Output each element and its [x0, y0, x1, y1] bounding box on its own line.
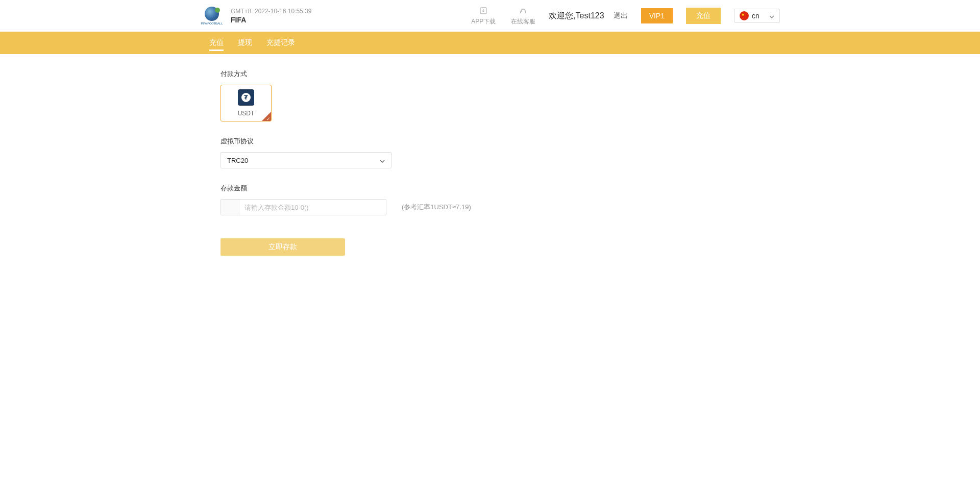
submit-deposit-button[interactable]: 立即存款 — [220, 238, 345, 256]
vip-button[interactable]: VIP1 — [641, 8, 673, 23]
online-service[interactable]: 在线客服 — [511, 6, 535, 26]
recharge-button[interactable]: 充值 — [686, 8, 721, 24]
amount-label: 存款金额 — [220, 184, 760, 193]
language-code: cn — [752, 12, 760, 20]
download-icon — [479, 6, 488, 15]
caret-down-icon — [769, 12, 774, 20]
content: 付款方式 ₮ USDT ✓ 虚拟币协议 TRC20 存款金额 (参考汇率1USD… — [200, 54, 780, 271]
amount-field[interactable] — [239, 204, 386, 211]
rate-hint: (参考汇率1USDT≈7.19) — [402, 203, 471, 212]
app-download[interactable]: APP下载 — [471, 6, 496, 26]
headset-icon — [519, 6, 528, 15]
nav-bar: 充值 提现 充提记录 — [0, 32, 980, 54]
logo[interactable]: FIFA FOOTBALL — [200, 4, 224, 28]
online-service-label: 在线客服 — [511, 17, 535, 26]
amount-row: (参考汇率1USDT≈7.19) — [220, 199, 760, 215]
flag-cn-icon — [740, 11, 749, 20]
timezone: GMT+8 — [231, 8, 251, 15]
caret-down-icon — [380, 157, 385, 164]
amount-input-wrapper — [220, 199, 386, 215]
logo-ball-icon — [205, 7, 219, 21]
amount-prefix — [221, 200, 239, 215]
header: FIFA FOOTBALL GMT+8 2022-10-16 10:55:39 … — [200, 0, 780, 32]
payment-option-label: USDT — [238, 110, 255, 117]
svg-rect-1 — [520, 11, 521, 13]
tab-records[interactable]: 充提记录 — [266, 32, 295, 54]
tab-withdraw[interactable]: 提现 — [238, 32, 252, 54]
logo-subtext: FIFA FOOTBALL — [201, 22, 223, 25]
usdt-icon: ₮ — [238, 89, 254, 106]
protocol-select[interactable]: TRC20 — [220, 152, 391, 168]
svg-rect-2 — [525, 11, 526, 13]
welcome-prefix: 欢迎您, — [549, 11, 575, 20]
username: Test123 — [576, 11, 604, 20]
logout-link[interactable]: 退出 — [614, 11, 628, 20]
header-time: GMT+8 2022-10-16 10:55:39 — [231, 8, 311, 15]
payment-option-usdt[interactable]: ₮ USDT ✓ — [220, 85, 272, 121]
tab-recharge[interactable]: 充值 — [209, 32, 224, 54]
payment-method-label: 付款方式 — [220, 69, 760, 79]
timestamp: 2022-10-16 10:55:39 — [255, 8, 311, 15]
brand-name: FIFA — [231, 16, 311, 24]
language-select[interactable]: cn — [734, 9, 780, 23]
protocol-label: 虚拟币协议 — [220, 137, 760, 146]
header-info: GMT+8 2022-10-16 10:55:39 FIFA — [231, 8, 311, 24]
protocol-value: TRC20 — [227, 157, 248, 164]
welcome-text: 欢迎您,Test123 — [549, 11, 604, 21]
app-download-label: APP下载 — [471, 17, 496, 26]
check-icon: ✓ — [266, 116, 271, 121]
